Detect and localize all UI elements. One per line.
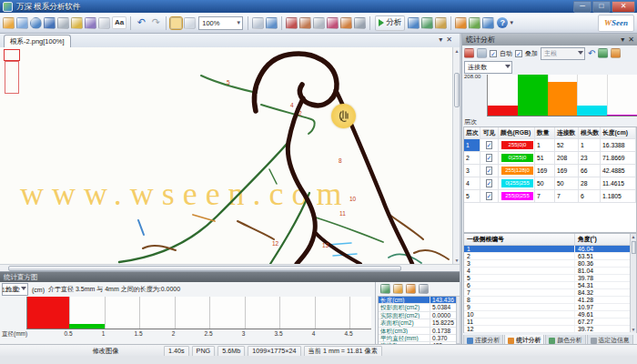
table-row[interactable]: 3✓255|128|01691696642.4885	[464, 165, 636, 177]
length-cell: 11.4615	[601, 177, 636, 189]
angle-table-scrollbar[interactable]: ▲ ▼	[630, 234, 636, 332]
mark-icon[interactable]	[340, 17, 352, 29]
root-tag-icon[interactable]	[408, 17, 420, 29]
table-row[interactable]: 5✓255|0|2557761.1805	[464, 190, 636, 203]
stats-label: 长度(cm)	[379, 297, 430, 303]
draw-line-icon[interactable]	[299, 17, 311, 29]
tab-collapse-icon[interactable]: ▾	[439, 35, 442, 44]
color-cell: 255|0|0	[499, 139, 535, 151]
hand-tool-icon[interactable]	[170, 17, 182, 29]
stats-row[interactable]: 表面积(cm2)15.8225	[379, 319, 457, 327]
gear-icon[interactable]	[419, 284, 429, 294]
refresh-icon[interactable]	[464, 48, 474, 58]
chart-bar	[548, 82, 578, 116]
table-row[interactable]: 1049.61	[464, 311, 636, 318]
overlay-checkbox[interactable]: ✓	[515, 50, 522, 57]
horizontal-scrollbar[interactable]	[0, 264, 460, 271]
visible-checkbox[interactable]: ✓	[486, 167, 493, 175]
zoom-level-select[interactable]: 100%▼	[198, 16, 243, 30]
links-cell: 52	[555, 139, 579, 151]
save-icon[interactable]	[44, 17, 56, 29]
stats-row[interactable]: 投影面积(cm2)5.0384	[379, 304, 457, 311]
table-row[interactable]: 146.04	[464, 246, 636, 253]
print-icon[interactable]	[57, 17, 69, 29]
table-row[interactable]: 1167.27	[464, 318, 636, 326]
chart-gridline	[175, 297, 176, 329]
maximize-button[interactable]: □	[592, 1, 611, 13]
table-row[interactable]: 539.78	[464, 275, 636, 282]
table-row[interactable]: 910.97	[464, 304, 636, 311]
paste-icon[interactable]	[98, 17, 110, 29]
close-button[interactable]: ✕	[612, 1, 635, 13]
text-style-icon[interactable]: Aa	[112, 16, 126, 29]
column-header: 根头数	[579, 127, 601, 138]
chevron-down-icon: ▼	[509, 20, 514, 25]
table-row[interactable]: 481.04	[464, 268, 636, 275]
report-icon[interactable]	[482, 17, 494, 29]
person-edit-icon[interactable]	[477, 48, 487, 58]
angle-scroll-thumb[interactable]	[632, 241, 636, 254]
image-canvas[interactable]: www.wseen.com	[0, 47, 452, 264]
metric-select[interactable]: 连接数	[464, 61, 512, 74]
visible-checkbox[interactable]: ✓	[486, 141, 493, 149]
stats-row[interactable]: 实际面积(cm2)0.0000	[379, 312, 457, 319]
visible-checkbox[interactable]: ✓	[486, 154, 493, 162]
table-row[interactable]: 784.32	[464, 289, 636, 297]
cut-icon[interactable]	[354, 17, 366, 29]
auto-checkbox[interactable]: ✓	[490, 50, 497, 57]
export-excel-icon[interactable]	[598, 48, 608, 58]
redo-icon[interactable]: ↷	[149, 16, 162, 29]
undo-icon[interactable]: ↶	[135, 16, 147, 29]
table-row[interactable]: 1239.72	[464, 326, 636, 333]
export-excel-icon[interactable]	[380, 284, 390, 294]
erase-icon[interactable]	[313, 17, 325, 29]
document-tab-bar: 根系-2.png[100%] ▾ ✕	[0, 34, 460, 48]
panel-close-icon[interactable]: ✕	[628, 34, 634, 46]
tab-icon	[549, 338, 555, 344]
table-row[interactable]: 380.36	[464, 260, 636, 268]
export-doc-icon[interactable]	[393, 284, 403, 294]
table-row[interactable]: 4✓0|255|25550502811.4615	[464, 177, 636, 190]
zoom-tool-icon[interactable]	[184, 17, 196, 29]
table-row[interactable]: 841.28	[464, 297, 636, 304]
color-chip: 255|128|0	[501, 167, 533, 175]
level-cell: 4	[464, 177, 480, 189]
chevron-down-icon	[505, 65, 511, 68]
minimize-button[interactable]: ─	[573, 1, 592, 13]
vertical-scrollbar[interactable]: ▲ ▼	[452, 47, 460, 264]
pin-icon[interactable]: ▾	[621, 34, 624, 46]
table-row[interactable]: 654.31	[464, 282, 636, 289]
visible-checkbox[interactable]: ✓	[486, 179, 493, 187]
open-icon[interactable]	[3, 17, 15, 29]
root-type-select[interactable]: 主根	[541, 47, 585, 60]
table-row[interactable]: 2✓0|255|0512082371.8669	[464, 152, 636, 165]
help-button[interactable]: ?▼	[497, 17, 514, 28]
chart-icon[interactable]	[455, 17, 467, 29]
stats-row[interactable]: 长度(cm)143.436	[379, 297, 457, 304]
table-row[interactable]: 263.51	[464, 253, 636, 260]
chart-icon[interactable]	[406, 284, 416, 294]
visible-checkbox[interactable]: ✓	[486, 192, 493, 200]
undo-icon[interactable]: ↶	[588, 48, 595, 58]
tab-close-icon[interactable]: ✕	[446, 35, 452, 44]
pencil-icon[interactable]	[71, 17, 83, 29]
stats-row[interactable]: 平均直径(mm)0.370	[379, 335, 457, 342]
stats-row[interactable]: 体积(cm3)0.1738	[379, 328, 457, 335]
root-net-icon[interactable]	[421, 17, 433, 29]
fit-screen-icon[interactable]	[266, 17, 278, 29]
batch-icon[interactable]	[469, 17, 480, 29]
table-row[interactable]: 1✓255|0|0152116.3388	[464, 139, 636, 152]
color-chip: 255|0|0	[501, 141, 533, 149]
export-icon[interactable]	[85, 17, 96, 29]
root-seg-icon[interactable]	[435, 17, 447, 29]
angle-cell: 54.31	[575, 282, 636, 288]
draw-curve-icon[interactable]	[327, 17, 339, 29]
zoom-out-icon[interactable]	[252, 17, 264, 29]
document-tab[interactable]: 根系-2.png[100%]	[4, 35, 71, 47]
measure-icon[interactable]	[286, 17, 298, 29]
column-header: 可见	[480, 127, 499, 138]
import-icon[interactable]	[16, 17, 28, 29]
chart-icon[interactable]	[611, 48, 621, 58]
analyze-button[interactable]: 分析	[375, 15, 405, 31]
globe-icon[interactable]	[30, 17, 42, 29]
